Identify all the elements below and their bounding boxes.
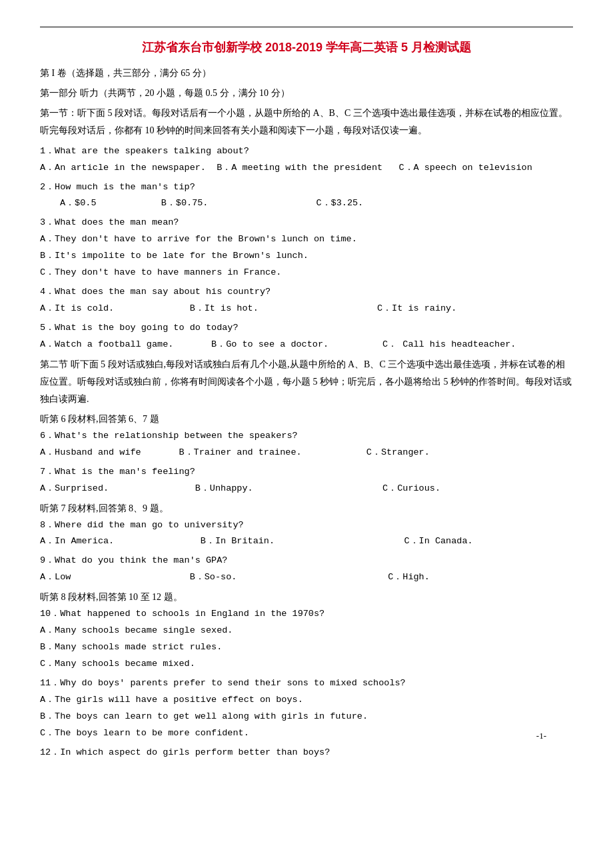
q9-option-c: C．High. [388,572,430,582]
q7-text: 7．What is the man's feeling? [40,464,573,481]
q6-option-c: C．Stranger. [366,447,430,457]
q10-text: 10．What happened to schools in England i… [40,606,573,623]
page-title: 江苏省东台市创新学校 2018-2019 学年高二英语 5 月检测试题 [40,39,573,55]
question-10: 10．What happened to schools in England i… [40,606,573,673]
q8-option-c: C．In Canada. [404,536,473,546]
material-7-header: 听第 7 段材料,回答第 8、9 题。 [40,500,573,517]
section1-part1: 第一部分 听力（共两节，20 小题，每题 0.5 分，满分 10 分） [40,85,573,102]
q3-option-b: B．It's impolite to be late for the Brown… [40,248,573,265]
section1-node1: 第一节：听下面 5 段对话。每段对话后有一个小题，从题中所给的 A、B、C 三个… [40,105,573,139]
question-8: 8．Where did the man go to university? A．… [40,517,573,551]
q9-options: A．Low B．So-so. C．High. [40,569,573,586]
q2-option-a: A．$0.5 [60,198,97,208]
q11-option-b: B．The boys can learn to get well along w… [40,709,573,725]
q4-text: 4．What does the man say about his countr… [40,284,573,301]
q6-option-a: A．Husband and wife [40,447,141,457]
q9-option-b: B．So-so. [190,572,237,582]
q4-options: A．It is cold. B．It is hot. C．It is rainy… [40,301,573,317]
q11-option-a: A．The girls will have a positive effect … [40,692,573,709]
q7-option-c: C．Curious. [382,483,440,493]
material-8-header: 听第 8 段材料,回答第 10 至 12 题。 [40,589,573,606]
question-4: 4．What does the man say about his countr… [40,284,573,317]
section1-header: 第 I 卷（选择题，共三部分，满分 65 分） [40,65,573,82]
question-11: 11．Why do boys' parents prefer to send t… [40,675,573,742]
q1-text: 1．What are the speakers talking about? [40,143,573,160]
q6-option-b: B．Trainer and trainee. [179,447,301,457]
material-6-header: 听第 6 段材料,回答第 6、7 题 [40,411,573,428]
question-9: 9．What do you think the man's GPA? A．Low… [40,553,573,586]
q12-text: 12．In which aspect do girls perform bett… [40,745,573,761]
q11-text: 11．Why do boys' parents prefer to send t… [40,675,573,692]
q8-text: 8．Where did the man go to university? [40,517,573,534]
q7-option-b: B．Unhappy. [195,483,253,493]
q2-options: A．$0.5 B．$0.75. C．$3.25. [40,195,573,212]
q10-option-b: B．Many schools made strict rules. [40,639,573,656]
q8-options: A．In America. B．In Britain. C．In Canada. [40,533,573,550]
question-12: 12．In which aspect do girls perform bett… [40,745,573,761]
top-divider [40,27,573,27]
q3-option-a: A．They don't have to arrive for the Brow… [40,231,573,248]
q9-text: 9．What do you think the man's GPA? [40,553,573,569]
page-number: -1- [536,731,546,741]
q2-text: 2．How much is the man's tip? [40,179,573,196]
q2-option-b: B．$0.75. [161,198,209,208]
q3-option-c: C．They don't have to have manners in Fra… [40,265,573,281]
q1-option-c: C．A speech on television [398,163,532,173]
question-5: 5．What is the boy going to do today? A．W… [40,320,573,353]
q1-options: A．An article in the newspaper. B．A meeti… [40,160,573,177]
q7-option-a: A．Surprised. [40,483,109,493]
q7-options: A．Surprised. B．Unhappy. C．Curious. [40,481,573,497]
q5-text: 5．What is the boy going to do today? [40,320,573,337]
q5-options: A．Watch a football game. B．Go to see a d… [40,337,573,353]
question-7: 7．What is the man's feeling? A．Surprised… [40,464,573,497]
question-2: 2．How much is the man's tip? A．$0.5 B．$0… [40,179,573,213]
q10-option-c: C．Many schools became mixed. [40,656,573,673]
q8-option-b: B．In Britain. [201,536,275,546]
q8-option-a: A．In America. [40,536,114,546]
q4-option-c: C．It is rainy. [377,303,456,313]
section1-node2: 第二节 听下面 5 段对话或独白,每段对话或独白后有几个小题,从题中所给的 A、… [40,356,573,408]
q5-option-c: C． Call his headteacher. [382,339,516,349]
question-3: 3．What does the man mean? A．They don't h… [40,215,573,281]
q1-option-a: A．An article in the newspaper. [40,163,206,173]
q9-option-a: A．Low [40,572,71,582]
q4-option-b: B．It is hot. [190,303,259,313]
q5-option-b: B．Go to see a doctor. [211,339,328,349]
q10-option-a: A．Many schools became single sexed. [40,623,573,639]
q6-options: A．Husband and wife B．Trainer and trainee… [40,445,573,461]
question-6: 6．What's the relationship between the sp… [40,428,573,461]
q3-text: 3．What does the man mean? [40,215,573,231]
q6-text: 6．What's the relationship between the sp… [40,428,573,445]
q5-option-a: A．Watch a football game. [40,339,173,349]
q11-option-c: C．The boys learn to be more confident. [40,725,573,742]
question-1: 1．What are the speakers talking about? A… [40,143,573,177]
q2-option-c: C．$3.25. [316,198,363,208]
q4-option-a: A．It is cold. [40,303,114,313]
q1-option-b: B．A meeting with the president [217,163,382,173]
